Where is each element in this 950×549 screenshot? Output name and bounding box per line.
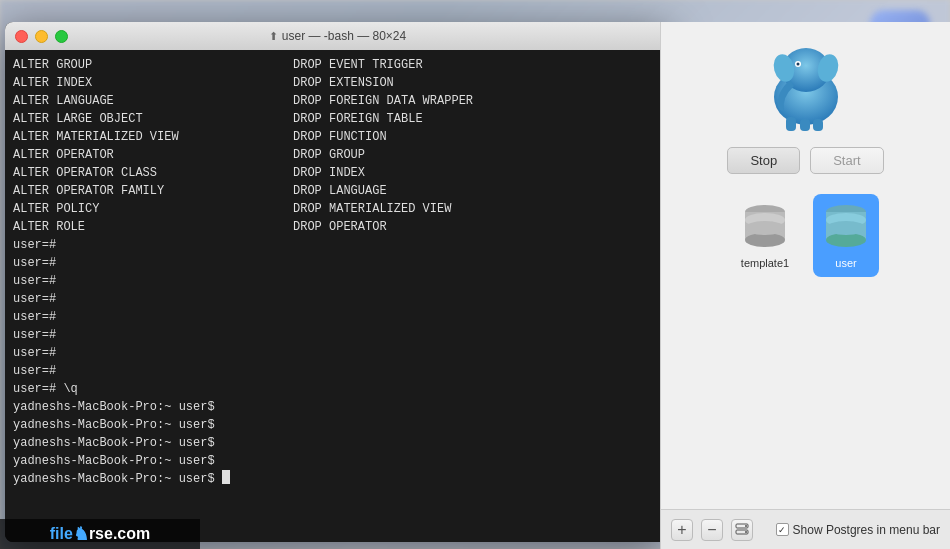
terminal-line: ALTER MATERIALIZED VIEWDROP FUNCTION xyxy=(13,128,662,146)
show-menubar-checkbox[interactable]: ✓ xyxy=(776,523,789,536)
db-instances-list: template1 user xyxy=(732,194,879,277)
close-button[interactable] xyxy=(15,30,28,43)
terminal-shell-prompt: yadneshs-MacBook-Pro:~ user$ xyxy=(13,416,662,434)
add-db-button[interactable]: + xyxy=(671,519,693,541)
svg-rect-6 xyxy=(786,117,796,131)
terminal-line: ALTER LANGUAGEDROP FOREIGN DATA WRAPPER xyxy=(13,92,662,110)
postgres-action-buttons: Stop Start xyxy=(727,147,883,174)
terminal-prompt: user=# xyxy=(13,254,662,272)
svg-point-11 xyxy=(745,233,785,247)
terminal-prompt: user=# xyxy=(13,236,662,254)
svg-point-5 xyxy=(796,63,799,66)
svg-point-18 xyxy=(826,221,866,235)
postgres-bottom-bar: + − ✓ Show Postgres in menu bar xyxy=(661,509,950,549)
terminal-prompt: user=# xyxy=(13,344,662,362)
db-cylinder-icon-template1 xyxy=(740,202,790,252)
up-arrow-icon: ⬆ xyxy=(269,30,278,43)
terminal-line: ALTER ROLEDROP OPERATOR xyxy=(13,218,662,236)
terminal-shell-prompt: yadneshs-MacBook-Pro:~ user$ xyxy=(13,452,662,470)
db-instance-template1[interactable]: template1 xyxy=(732,194,798,277)
svg-rect-7 xyxy=(800,119,810,131)
filehorse-watermark: file♞rse.com xyxy=(0,519,200,549)
terminal-line: ALTER OPERATORDROP GROUP xyxy=(13,146,662,164)
db-cylinder-icon-user xyxy=(821,202,871,252)
postgres-panel-top: Stop Start template1 xyxy=(661,22,950,509)
terminal-window: ⬆ user — -bash — 80×24 ALTER GROUPDROP E… xyxy=(5,22,670,542)
postgres-panel: Stop Start template1 xyxy=(660,22,950,549)
remove-db-button[interactable]: − xyxy=(701,519,723,541)
server-icon xyxy=(735,523,749,537)
terminal-line: ALTER OPERATOR CLASSDROP INDEX xyxy=(13,164,662,182)
terminal-current-prompt: yadneshs-MacBook-Pro:~ user$ xyxy=(13,470,662,488)
terminal-prompt: user=# xyxy=(13,308,662,326)
maximize-button[interactable] xyxy=(55,30,68,43)
terminal-prompt: user=# xyxy=(13,272,662,290)
server-settings-button[interactable] xyxy=(731,519,753,541)
postgres-elephant-icon xyxy=(756,42,856,132)
svg-point-21 xyxy=(745,525,747,527)
terminal-prompt: user=# xyxy=(13,362,662,380)
svg-point-16 xyxy=(826,233,866,247)
minimize-button[interactable] xyxy=(35,30,48,43)
show-menubar-option: ✓ Show Postgres in menu bar xyxy=(776,523,940,537)
terminal-line: ALTER GROUPDROP EVENT TRIGGER xyxy=(13,56,662,74)
show-menubar-label: Show Postgres in menu bar xyxy=(793,523,940,537)
terminal-line: ALTER INDEXDROP EXTENSION xyxy=(13,74,662,92)
terminal-prompt: user=# xyxy=(13,290,662,308)
svg-point-13 xyxy=(745,221,785,235)
terminal-line: ALTER LARGE OBJECTDROP FOREIGN TABLE xyxy=(13,110,662,128)
terminal-shell-prompt: yadneshs-MacBook-Pro:~ user$ xyxy=(13,398,662,416)
svg-rect-8 xyxy=(813,119,823,131)
terminal-prompt-quit: user=# \q xyxy=(13,380,662,398)
db-instance-user[interactable]: user xyxy=(813,194,879,277)
terminal-body[interactable]: ALTER GROUPDROP EVENT TRIGGER ALTER INDE… xyxy=(5,50,670,542)
terminal-shell-prompt: yadneshs-MacBook-Pro:~ user$ xyxy=(13,434,662,452)
terminal-title: ⬆ user — -bash — 80×24 xyxy=(269,29,406,43)
db-instance-label: template1 xyxy=(741,257,789,269)
terminal-prompt: user=# xyxy=(13,326,662,344)
terminal-line: ALTER OPERATOR FAMILYDROP LANGUAGE xyxy=(13,182,662,200)
terminal-cursor xyxy=(222,470,230,484)
start-button[interactable]: Start xyxy=(810,147,883,174)
stop-button[interactable]: Stop xyxy=(727,147,800,174)
db-instance-label: user xyxy=(835,257,856,269)
terminal-line: ALTER POLICYDROP MATERIALIZED VIEW xyxy=(13,200,662,218)
terminal-titlebar: ⬆ user — -bash — 80×24 xyxy=(5,22,670,50)
svg-point-22 xyxy=(745,531,747,533)
